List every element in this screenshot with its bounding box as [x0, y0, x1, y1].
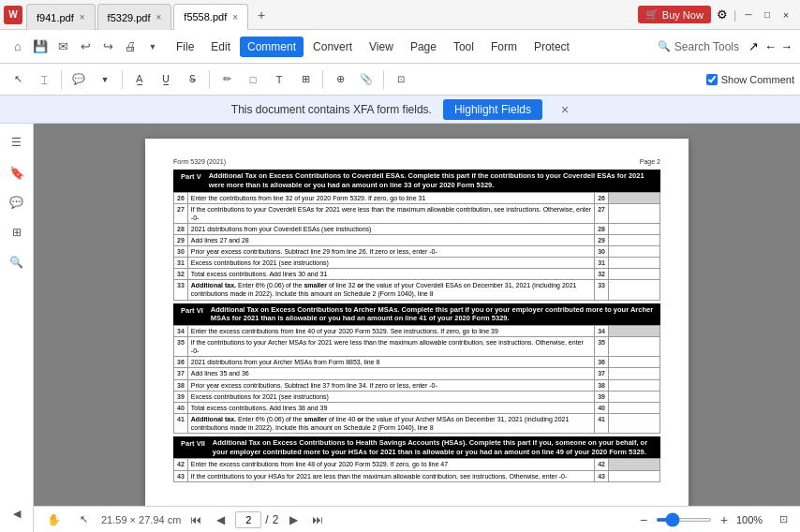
tab-f941-close[interactable]: × [80, 12, 85, 22]
home-icon[interactable]: ⌂ [7, 37, 28, 57]
undo-icon[interactable]: ↩ [75, 37, 96, 57]
buy-now-label: Buy Now [662, 9, 704, 21]
row-field-num-34: 34 [595, 326, 609, 337]
redo-icon[interactable]: ↪ [97, 37, 118, 57]
part-vi: Part VI Additional Tax on Excess Contrib… [173, 303, 660, 434]
page-number-input[interactable] [235, 511, 261, 528]
last-page-btn[interactable]: ⏭ [308, 510, 327, 529]
row-num-27: 27 [174, 203, 188, 223]
cursor-tool-btn[interactable]: ↖ [71, 508, 96, 532]
menu-form[interactable]: Form [483, 37, 525, 57]
menu-protect[interactable]: Protect [526, 37, 577, 57]
row-field-num-28: 28 [595, 223, 609, 234]
cart-icon: 🛒 [645, 8, 659, 21]
sidebar-search-icon[interactable]: 🔍 [6, 251, 28, 273]
buy-now-button[interactable]: 🛒 Buy Now [638, 6, 711, 23]
sidebar-panel-icon[interactable]: ☰ [6, 131, 28, 154]
row-num-39: 39 [174, 391, 188, 402]
sticky-note-btn[interactable]: 💬 [67, 67, 91, 92]
back-icon[interactable]: ← [764, 39, 777, 53]
menu-comment[interactable]: Comment [240, 37, 304, 57]
menu-tool[interactable]: Tool [446, 37, 481, 57]
tab-f5558[interactable]: f5558.pdf × [173, 4, 248, 30]
share-icon[interactable]: ↗ [748, 39, 759, 53]
xfa-close-button[interactable]: × [561, 102, 569, 117]
row-field-27 [609, 203, 660, 223]
show-comment-checkbox[interactable] [706, 74, 718, 85]
toolbar-sep-2 [122, 70, 123, 89]
row-field-35 [609, 337, 660, 357]
select-tool-btn[interactable]: ↖ [6, 67, 30, 92]
menu-page[interactable]: Page [403, 37, 444, 57]
close-button[interactable]: × [779, 8, 793, 22]
forward-icon[interactable]: → [780, 39, 793, 53]
zoom-slider[interactable] [656, 518, 712, 522]
email-icon[interactable]: ✉ [52, 37, 73, 57]
callout-btn[interactable]: ⊞ [293, 67, 318, 92]
row-field-num-41: 41 [595, 413, 609, 433]
print-dropdown-icon[interactable]: ▼ [142, 37, 163, 57]
prev-page-btn[interactable]: ◀ [211, 510, 230, 529]
save-icon[interactable]: 💾 [30, 37, 51, 57]
highlight-fields-button[interactable]: Highlight Fields [443, 99, 542, 120]
tab-f941-label: f941.pdf [37, 12, 74, 23]
row-field-num-38: 38 [595, 379, 609, 391]
print-icon[interactable]: 🖨 [120, 37, 141, 57]
row-field-28 [609, 223, 660, 234]
tab-add-button[interactable]: + [250, 4, 273, 26]
row-field-num-43: 43 [595, 470, 609, 481]
row-num-34: 34 [174, 326, 188, 337]
tab-f5329[interactable]: f5329.pdf × [97, 4, 172, 30]
highlight-btn[interactable]: A̲ [127, 67, 152, 92]
tab-f5558-close[interactable]: × [232, 12, 238, 22]
search-icon: 🔍 [658, 40, 671, 52]
first-page-btn[interactable]: ⏮ [186, 510, 205, 529]
row-field-36 [609, 357, 660, 368]
hand-tool-btn[interactable]: ✋ [41, 508, 66, 532]
table-row: 39 Excess contributions for 2021 (see in… [174, 391, 660, 402]
settings-icon[interactable]: ⚙ [717, 7, 728, 22]
sidebar-bookmark-icon[interactable]: 🔖 [6, 161, 28, 184]
underline-btn[interactable]: U̲ [154, 67, 178, 92]
search-tools-area[interactable]: 🔍 Search Tools [658, 40, 739, 53]
minimize-button[interactable]: ─ [742, 8, 755, 22]
table-row: 29 Add lines 27 and 28 29 [174, 234, 660, 245]
additional-tax-vi-text: Additional tax. Enter 6% (0.06) of the s… [187, 413, 594, 433]
sidebar-collapse-icon[interactable]: ◀ [6, 502, 28, 525]
row-field-43 [609, 470, 660, 481]
part-v-table: 26 Enter the contributions from line 32 … [173, 192, 660, 301]
text-select-btn[interactable]: ⌶ [32, 67, 56, 92]
part-vi-header: Part VI Additional Tax on Excess Contrib… [173, 303, 660, 326]
sidebar-pages-icon[interactable]: ⊞ [6, 221, 28, 244]
part-vii-header: Part VII Additional Tax on Excess Contri… [173, 436, 660, 459]
menu-convert[interactable]: Convert [305, 37, 360, 57]
menu-edit[interactable]: Edit [203, 37, 238, 57]
pdf-page-container[interactable]: Form 5329 (2021) Page 2 Part V Additiona… [34, 124, 800, 532]
row-num-37: 37 [174, 368, 188, 379]
shapes-btn[interactable]: □ [241, 67, 265, 92]
row-field-num-26: 26 [595, 192, 609, 203]
maximize-button[interactable]: □ [761, 8, 774, 22]
next-page-btn[interactable]: ▶ [284, 510, 303, 529]
zoom-out-btn[interactable]: − [635, 511, 652, 528]
draw-btn[interactable]: ✏ [215, 67, 239, 92]
tab-f5329-close[interactable]: × [156, 12, 161, 22]
text-box-btn[interactable]: T [267, 67, 291, 92]
attach-btn[interactable]: 📎 [354, 67, 378, 92]
menu-home[interactable]: File [169, 37, 201, 57]
xfa-banner: This document contains XFA form fields. … [0, 96, 800, 124]
strikethrough-btn[interactable]: S̶ [180, 67, 204, 92]
sticky-note-dropdown[interactable]: ▼ [93, 67, 117, 92]
row-text-32: Total excess contributions. Add lines 30… [187, 269, 594, 280]
tab-f5329-label: f5329.pdf [108, 12, 151, 23]
content-area: ☰ 🔖 💬 ⊞ 🔍 ◀ Form 5329 (2021) Page 2 Part… [0, 124, 800, 532]
sidebar-comment-icon[interactable]: 💬 [6, 191, 28, 214]
fit-page-btn[interactable]: ⊡ [774, 510, 793, 529]
measure-btn[interactable]: ⊡ [389, 67, 413, 92]
form-id: Form 5329 (2021) [173, 157, 226, 166]
menu-view[interactable]: View [362, 37, 401, 57]
zoom-in-btn[interactable]: + [716, 511, 733, 528]
tab-f941[interactable]: f941.pdf × [26, 4, 96, 30]
bottom-toolbar: ✋ ↖ 21.59 × 27.94 cm ⏮ ◀ / 2 ▶ ⏭ − + 100… [34, 506, 800, 532]
stamp-btn[interactable]: ⊕ [328, 67, 352, 92]
